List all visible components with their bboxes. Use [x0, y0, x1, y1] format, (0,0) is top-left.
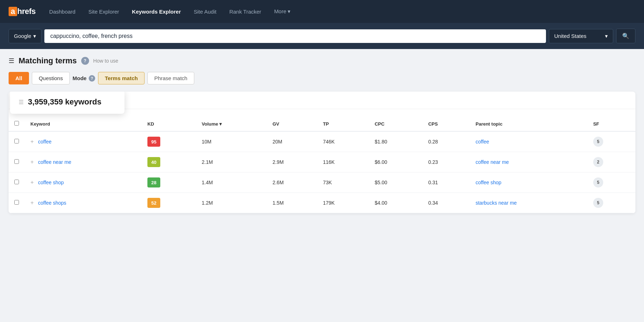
cps-cell: 0.34 — [423, 193, 470, 213]
chevron-down-icon: ▾ — [288, 8, 291, 14]
logo[interactable]: a hrefs — [9, 7, 36, 16]
volume-cell: 1.4M — [196, 172, 267, 193]
sf-cell: 5 — [587, 193, 635, 213]
keyword-cell: + coffee — [25, 131, 142, 152]
tab-questions[interactable]: Questions — [32, 72, 70, 84]
parent-topic-cell: coffee near me — [470, 152, 587, 172]
row-checkbox-cell — [9, 131, 25, 152]
nav-keywords-explorer[interactable]: Keywords Explorer — [127, 6, 186, 18]
parent-topic-link[interactable]: starbucks near me — [475, 200, 517, 206]
nav-rank-tracker[interactable]: Rank Tracker — [224, 6, 266, 18]
table-row: + coffee shop 28 1.4M 2.6M 73K $5.00 0.3… — [9, 172, 635, 193]
table-row: + coffee shops 52 1.2M 1.5M 179K $4.00 0… — [9, 193, 635, 213]
cps-cell: 0.31 — [423, 172, 470, 193]
tab-all[interactable]: All — [9, 72, 29, 84]
parent-topic-cell: starbucks near me — [470, 193, 587, 213]
hamburger-icon[interactable]: ☰ — [9, 57, 14, 65]
sf-badge: 5 — [593, 198, 603, 208]
mode-label: Mode ? — [73, 75, 95, 82]
logo-hrefs-text: hrefs — [17, 7, 35, 16]
kd-cell: 95 — [142, 131, 196, 152]
parent-topic-link[interactable]: coffee shop — [475, 180, 501, 185]
results-area: ☰ al volume: 71M ☰ 3,959,359 keywords — [9, 92, 635, 213]
page-title: Matching terms — [19, 56, 77, 65]
results-header-wrapper: ☰ al volume: 71M ☰ 3,959,359 keywords — [9, 92, 635, 117]
keyword-link[interactable]: coffee near me — [38, 159, 71, 165]
tp-cell: 116K — [317, 152, 369, 172]
col-gv[interactable]: GV — [267, 117, 317, 131]
gv-cell: 20M — [267, 131, 317, 152]
search-bar: Google ▾ United States ▾ 🔍 — [0, 23, 644, 49]
nav-dashboard[interactable]: Dashboard — [44, 6, 80, 18]
add-keyword-icon[interactable]: + — [30, 179, 34, 185]
logo-a-letter: a — [9, 7, 17, 16]
country-label: United States — [554, 33, 586, 39]
sf-badge: 2 — [593, 157, 603, 167]
engine-dropdown[interactable]: Google ▾ — [9, 29, 42, 43]
volume-cell: 10M — [196, 131, 267, 152]
search-button[interactable]: 🔍 — [616, 29, 635, 43]
tp-cell: 179K — [317, 193, 369, 213]
cpc-cell: $5.00 — [369, 172, 423, 193]
nav-more[interactable]: More ▾ — [269, 5, 296, 18]
mode-help-icon[interactable]: ? — [89, 75, 95, 82]
keyword-cell: + coffee shop — [25, 172, 142, 193]
add-keyword-icon[interactable]: + — [30, 138, 34, 145]
keyword-link[interactable]: coffee shops — [38, 200, 66, 206]
keyword-cell: + coffee near me — [25, 152, 142, 172]
sf-cell: 5 — [587, 131, 635, 152]
page-content: ☰ Matching terms ? How to use All Questi… — [0, 49, 644, 220]
country-dropdown[interactable]: United States ▾ — [549, 29, 613, 43]
kd-badge: 40 — [147, 157, 160, 167]
search-icon: 🔍 — [622, 33, 629, 39]
col-parent-topic[interactable]: Parent topic — [470, 117, 587, 131]
keyword-search-input[interactable] — [44, 29, 546, 43]
tab-terms-match[interactable]: Terms match — [98, 72, 145, 84]
col-cpc[interactable]: CPC — [369, 117, 423, 131]
keywords-table: Keyword KD Volume ▾ GV TP CPC — [9, 117, 635, 213]
add-keyword-icon[interactable]: + — [30, 159, 34, 165]
how-to-use-link[interactable]: How to use — [93, 58, 118, 64]
volume-cell: 1.2M — [196, 193, 267, 213]
nav-site-audit[interactable]: Site Audit — [189, 6, 221, 18]
col-checkbox — [9, 117, 25, 131]
col-kd[interactable]: KD — [142, 117, 196, 131]
cpc-cell: $6.00 — [369, 152, 423, 172]
engine-chevron-icon: ▾ — [33, 33, 36, 39]
parent-topic-link[interactable]: coffee — [475, 139, 489, 145]
select-all-checkbox[interactable] — [14, 121, 19, 126]
navbar: a hrefs Dashboard Site Explorer Keywords… — [0, 0, 644, 23]
kd-cell: 52 — [142, 193, 196, 213]
row-checkbox-3[interactable] — [14, 200, 19, 205]
add-keyword-icon[interactable]: + — [30, 200, 34, 206]
page-header: ☰ Matching terms ? How to use — [9, 56, 635, 65]
popup-drag-icon: ☰ — [19, 99, 24, 106]
col-tp[interactable]: TP — [317, 117, 369, 131]
keyword-link[interactable]: coffee — [38, 139, 52, 145]
country-chevron-icon: ▾ — [605, 33, 608, 39]
kd-badge: 52 — [147, 198, 160, 208]
kd-cell: 28 — [142, 172, 196, 193]
parent-topic-cell: coffee — [470, 131, 587, 152]
sf-badge: 5 — [593, 177, 603, 187]
cpc-cell: $1.80 — [369, 131, 423, 152]
row-checkbox-2[interactable] — [14, 180, 19, 184]
nav-site-explorer[interactable]: Site Explorer — [83, 6, 124, 18]
parent-topic-link[interactable]: coffee near me — [475, 159, 509, 165]
col-volume[interactable]: Volume ▾ — [196, 117, 267, 131]
tab-phrase-match[interactable]: Phrase match — [147, 72, 194, 84]
col-sf[interactable]: SF — [587, 117, 635, 131]
row-checkbox-0[interactable] — [14, 139, 19, 143]
cps-cell: 0.23 — [423, 152, 470, 172]
keyword-link[interactable]: coffee shop — [38, 180, 64, 185]
kd-badge: 28 — [147, 177, 160, 187]
gv-cell: 2.9M — [267, 152, 317, 172]
col-cps[interactable]: CPS — [423, 117, 470, 131]
tp-cell: 73K — [317, 172, 369, 193]
table-header-row: Keyword KD Volume ▾ GV TP CPC — [9, 117, 635, 131]
help-icon[interactable]: ? — [81, 57, 89, 65]
row-checkbox-cell — [9, 193, 25, 213]
col-keyword[interactable]: Keyword — [25, 117, 142, 131]
row-checkbox-1[interactable] — [14, 159, 19, 164]
table-row: + coffee near me 40 2.1M 2.9M 116K $6.00… — [9, 152, 635, 172]
